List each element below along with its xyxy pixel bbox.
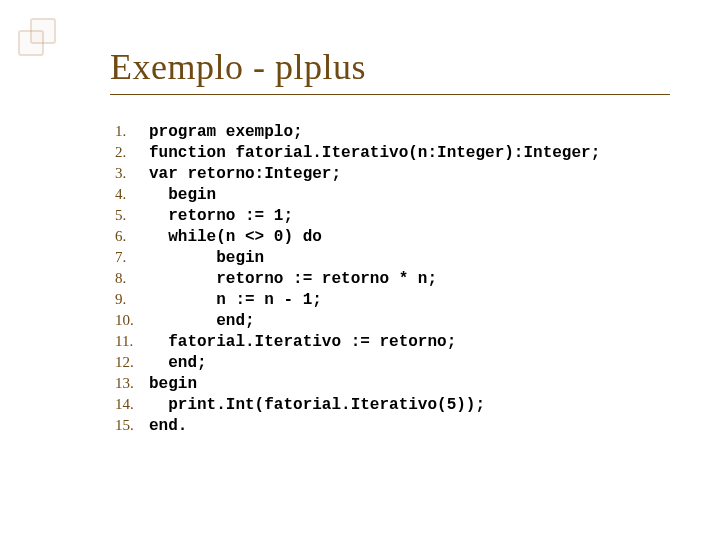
code-line: 15. end. <box>115 417 670 435</box>
title-rule <box>110 94 670 95</box>
slide: Exemplo - plplus 1. program exemplo; 2. … <box>0 0 720 540</box>
line-text: fatorial.Iterativo := retorno; <box>149 333 456 351</box>
line-text: program exemplo; <box>149 123 303 141</box>
code-line: 12. end; <box>115 354 670 372</box>
code-line: 9. n := n - 1; <box>115 291 670 309</box>
corner-decoration <box>18 18 56 56</box>
line-number: 13. <box>115 375 149 392</box>
line-text: print.Int(fatorial.Iterativo(5)); <box>149 396 485 414</box>
line-text: end; <box>149 354 207 372</box>
code-line: 2. function fatorial.Iterativo(n:Integer… <box>115 144 670 162</box>
code-line: 4. begin <box>115 186 670 204</box>
code-line: 3. var retorno:Integer; <box>115 165 670 183</box>
line-number: 5. <box>115 207 149 224</box>
line-number: 11. <box>115 333 149 350</box>
line-text: end. <box>149 417 187 435</box>
line-text: begin <box>149 249 264 267</box>
line-text: begin <box>149 375 197 393</box>
line-number: 8. <box>115 270 149 287</box>
code-line: 6. while(n <> 0) do <box>115 228 670 246</box>
code-listing: 1. program exemplo; 2. function fatorial… <box>115 123 670 435</box>
slide-title: Exemplo - plplus <box>110 46 670 88</box>
line-number: 6. <box>115 228 149 245</box>
code-line: 10. end; <box>115 312 670 330</box>
code-line: 1. program exemplo; <box>115 123 670 141</box>
line-number: 15. <box>115 417 149 434</box>
line-text: while(n <> 0) do <box>149 228 322 246</box>
line-number: 14. <box>115 396 149 413</box>
line-number: 9. <box>115 291 149 308</box>
code-line: 8. retorno := retorno * n; <box>115 270 670 288</box>
line-number: 12. <box>115 354 149 371</box>
line-number: 2. <box>115 144 149 161</box>
line-text: var retorno:Integer; <box>149 165 341 183</box>
line-number: 4. <box>115 186 149 203</box>
line-number: 7. <box>115 249 149 266</box>
line-number: 1. <box>115 123 149 140</box>
code-line: 14. print.Int(fatorial.Iterativo(5)); <box>115 396 670 414</box>
line-text: end; <box>149 312 255 330</box>
line-text: retorno := 1; <box>149 207 293 225</box>
line-number: 3. <box>115 165 149 182</box>
deco-square-icon <box>30 18 56 44</box>
line-text: begin <box>149 186 216 204</box>
line-text: retorno := retorno * n; <box>149 270 437 288</box>
line-number: 10. <box>115 312 149 329</box>
line-text: function fatorial.Iterativo(n:Integer):I… <box>149 144 600 162</box>
code-line: 5. retorno := 1; <box>115 207 670 225</box>
code-line: 13. begin <box>115 375 670 393</box>
code-line: 7. begin <box>115 249 670 267</box>
code-line: 11. fatorial.Iterativo := retorno; <box>115 333 670 351</box>
line-text: n := n - 1; <box>149 291 322 309</box>
